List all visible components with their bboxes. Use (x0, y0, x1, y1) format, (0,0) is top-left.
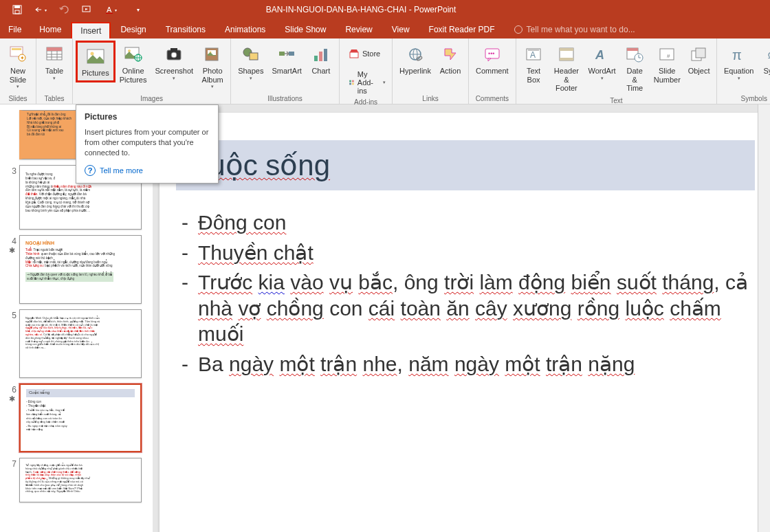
animation-star-icon: ✱ (9, 246, 15, 255)
tooltip-body: Insert pictures from your computer or fr… (85, 127, 210, 158)
svg-text:π: π (732, 47, 742, 63)
date-time-button[interactable]: Date & Time (619, 41, 650, 96)
svg-text:#: # (667, 53, 670, 59)
photo-album-button[interactable]: Photo Album ▾ (197, 41, 228, 92)
tab-home[interactable]: Home (30, 21, 71, 38)
slide-thumb-7[interactable]: 7 Từ ngày lấy chồng, cuộc đời của người … (6, 458, 147, 502)
slide-thumb-5[interactable]: 5 Nguyễn Minh Châu đã khắc họa cụ tà cái… (6, 309, 147, 378)
svg-rect-32 (250, 53, 258, 60)
redo-icon[interactable] (58, 3, 70, 16)
bulb-icon (514, 25, 522, 34)
save-icon[interactable] (11, 3, 23, 16)
tab-insert[interactable]: Insert (71, 22, 111, 38)
svg-rect-39 (349, 80, 351, 82)
group-illustrations: Shapes ▾ SmartArt Chart Illustrations (231, 38, 340, 104)
tab-review[interactable]: Review (336, 21, 382, 38)
shapes-button[interactable]: Shapes ▾ (234, 41, 267, 84)
action-icon (439, 43, 461, 65)
svg-point-26 (171, 52, 177, 58)
store-icon (349, 48, 360, 59)
slide-thumb-4[interactable]: 4 ✱ NGOẠI HÌNH Tuổi: Trạc ngoài bốn mươi… (6, 235, 147, 304)
svg-rect-57 (627, 48, 638, 51)
header-footer-icon (556, 43, 578, 65)
comment-icon: ••• (481, 43, 503, 65)
body-text[interactable]: -Đông con -Thuyền chật -Trước kia vào vụ… (176, 210, 755, 377)
svg-rect-1 (14, 5, 20, 8)
slide-editor[interactable]: Cuộc sống -Đông con -Thuyền chật -Trước … (153, 104, 758, 532)
header-footer-button[interactable]: Header & Footer (549, 41, 585, 96)
tab-design[interactable]: Design (111, 21, 155, 38)
slide-thumb-6[interactable]: 6 ✱ Cuộc sống - Đông con - Thuyền chật -… (6, 384, 147, 452)
group-comments: ••• Comment Comments (469, 38, 516, 104)
action-button[interactable]: Action (435, 41, 465, 78)
screenshot-button[interactable]: Screenshot ▾ (151, 41, 198, 84)
start-from-beginning-icon[interactable] (81, 3, 94, 16)
tab-foxit[interactable]: Foxit Reader PDF (419, 21, 505, 38)
object-button[interactable]: Object (684, 41, 714, 78)
store-button[interactable]: Store (345, 46, 389, 61)
online-pictures-button[interactable]: Online Pictures (116, 41, 151, 87)
undo-icon[interactable]: ▾ (34, 3, 47, 16)
title-box[interactable]: Cuộc sống (176, 140, 755, 190)
chart-button[interactable]: Chart (306, 41, 336, 78)
photo-album-icon (201, 43, 223, 65)
equation-icon: π (728, 43, 750, 65)
new-slide-icon: ✦ (7, 43, 29, 65)
help-icon: ? (85, 165, 96, 176)
svg-rect-16 (47, 47, 62, 51)
smartart-button[interactable]: SmartArt (267, 41, 305, 78)
hyperlink-icon (404, 43, 426, 65)
title-bar: ▾ A▾ ▾ BAN-IN-NGUOI-DAN-BA-HANG-CHAI - P… (0, 0, 770, 19)
svg-rect-2 (15, 10, 19, 14)
menu-bar: File Home Insert Design Transitions Anim… (0, 19, 770, 38)
slide-canvas[interactable]: Cuộc sống -Đông con -Thuyền chật -Trước … (160, 113, 758, 532)
shapes-icon (240, 43, 262, 65)
font-icon[interactable]: A▾ (104, 3, 117, 16)
slide-number-button[interactable]: # Slide Number (650, 41, 684, 87)
group-text: A Text Box Header & Footer A WordArt ▾ D… (516, 38, 717, 104)
svg-rect-38 (350, 52, 358, 58)
slide-number-icon: # (656, 43, 678, 65)
hyperlink-button[interactable]: Hyperlink (395, 41, 435, 78)
svg-rect-54 (560, 58, 573, 60)
table-button[interactable]: Table ▾ (39, 41, 69, 84)
svg-rect-40 (352, 80, 354, 82)
svg-text:A: A (595, 48, 604, 62)
vertical-scrollbar[interactable] (758, 104, 770, 532)
new-slide-button[interactable]: ✦ New Slide ▾ (3, 41, 33, 92)
addins-icon (349, 77, 355, 88)
svg-rect-42 (352, 83, 354, 85)
my-addins-button[interactable]: My Add-ins▾ (345, 68, 389, 97)
group-tables: Table ▾ Tables (36, 38, 73, 104)
tooltip-title: Pictures (85, 112, 210, 122)
svg-point-18 (90, 52, 94, 56)
tab-file[interactable]: File (0, 21, 30, 38)
equation-button[interactable]: π Equation ▾ (720, 41, 758, 84)
svg-rect-35 (314, 56, 318, 61)
pictures-button[interactable]: Pictures (76, 41, 116, 82)
svg-rect-34 (289, 52, 294, 56)
smartart-icon (276, 43, 298, 65)
chart-icon (310, 43, 332, 65)
group-links: Hyperlink Action Links (393, 38, 469, 104)
tooltip-tell-me-more[interactable]: ? Tell me more (85, 165, 210, 176)
tab-transitions[interactable]: Transitions (156, 21, 215, 38)
window-title: BAN-IN-NGUOI-DAN-BA-HANG-CHAI - PowerPoi… (144, 5, 578, 14)
text-box-button[interactable]: A Text Box (519, 41, 549, 87)
pictures-tooltip: Pictures Insert pictures from your compu… (76, 104, 219, 184)
comment-button[interactable]: ••• Comment (472, 41, 513, 78)
text-box-icon: A (522, 43, 544, 65)
object-icon (688, 43, 710, 65)
svg-rect-27 (170, 48, 177, 51)
online-pictures-icon (122, 43, 144, 65)
tab-view[interactable]: View (382, 21, 419, 38)
svg-text:A: A (530, 50, 536, 60)
tab-animations[interactable]: Animations (215, 21, 275, 38)
qat-customize-icon[interactable]: ▾ (132, 3, 144, 16)
tab-slideshow[interactable]: Slide Show (275, 21, 336, 38)
symbol-button[interactable]: Ω Symb (758, 41, 770, 78)
slide-title: Cuộc sống (188, 148, 742, 182)
wordart-button[interactable]: A WordArt ▾ (584, 41, 619, 84)
tell-me-search[interactable]: Tell me what you want to do... (505, 21, 645, 38)
table-icon (43, 43, 65, 65)
